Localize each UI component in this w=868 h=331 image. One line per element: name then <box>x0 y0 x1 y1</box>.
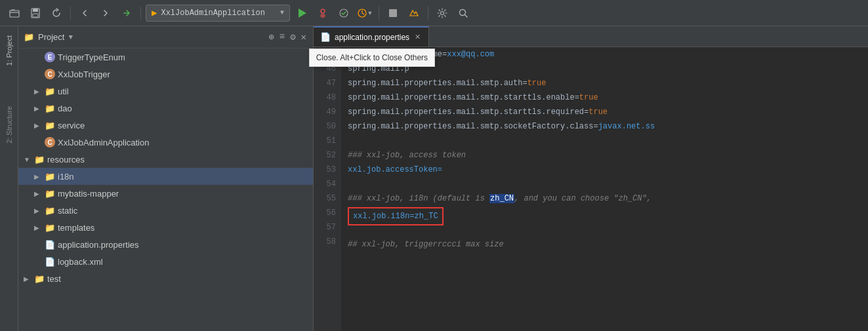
open-folder-btn[interactable] <box>5 4 24 22</box>
tree-item-adminapp[interactable]: C XxlJobAdminApplication <box>18 134 313 151</box>
project-folder-icon: 📁 <box>24 32 34 43</box>
code-line-54 <box>348 177 868 191</box>
sep-4 <box>428 7 428 20</box>
project-panel: 📁 Project ▼ ⊕ ≡ ⚙ ✕ E TriggerTypeEnum C … <box>18 26 314 331</box>
svg-point-5 <box>321 9 325 13</box>
build-button[interactable] <box>405 4 423 22</box>
tree-label-adminapp: XxlJobAdminApplication <box>58 138 149 147</box>
folder-icon-templates: 📁 <box>45 223 55 233</box>
line-numbers: 45 46 47 48 49 50 51 52 53 54 55 56 57 5… <box>314 47 341 331</box>
tree-label-static: static <box>58 206 77 216</box>
tree-item-mybatis[interactable]: ▶ 📁 mybatis-mapper <box>18 185 313 202</box>
tree-item-logback[interactable]: 📄 logback.xml <box>18 253 313 270</box>
svg-marker-4 <box>299 9 306 18</box>
tree-label-mybatis: mybatis-mapper <box>58 189 119 199</box>
tree-item-xxljob-trigger[interactable]: C XxlJobTrigger <box>18 66 313 83</box>
back-btn[interactable] <box>75 4 94 22</box>
folder-icon-util: 📁 <box>45 87 55 96</box>
sep-1 <box>70 7 71 20</box>
highlight-box-line-56: xxl.job.i18n=zh_TC <box>348 207 444 225</box>
forward-btn[interactable] <box>96 4 115 22</box>
tree-item-dao[interactable]: ▶ 📁 dao <box>18 100 313 117</box>
tree-item-app-props[interactable]: 📄 application.properties <box>18 236 313 253</box>
tree-arrow-test: ▶ <box>24 275 31 282</box>
tree-label-i18n: i18n <box>58 172 74 182</box>
tree-label-templates: templates <box>58 223 94 233</box>
code-editor[interactable]: 45 46 47 48 49 50 51 52 53 54 55 56 57 5… <box>314 47 868 331</box>
code-line-58: ## xxl-job, triggerrccci max size <box>348 237 868 252</box>
tree-arrow-dao: ▶ <box>34 105 42 112</box>
svg-line-11 <box>465 14 468 17</box>
run-button[interactable] <box>293 4 311 22</box>
tab-file-icon: 📄 <box>320 32 331 42</box>
collapse-icon[interactable]: ≡ <box>278 30 286 44</box>
svg-rect-8 <box>389 9 397 17</box>
stop-button[interactable] <box>384 4 402 22</box>
close-panel-icon[interactable]: ✕ <box>300 30 308 44</box>
profile-dropdown-btn[interactable]: ▼ <box>356 4 374 22</box>
run-config-selector[interactable]: ▶ XxlJobAdminApplication ▼ <box>146 5 290 22</box>
svg-rect-0 <box>10 10 19 17</box>
tab-application-properties[interactable]: 📄 application.properties ✕ Close. Alt+Cl… <box>314 26 429 47</box>
dropdown-arrow-icon: ▼ <box>280 9 284 16</box>
folder-icon-resources: 📁 <box>34 155 45 165</box>
locate-icon[interactable]: ⊕ <box>267 30 275 44</box>
folder-icon-mybatis: 📁 <box>45 189 55 199</box>
tree-item-test[interactable]: ▶ 📁 test <box>18 270 313 287</box>
code-line-47: spring.mail.properties.mail.smtp.auth=tr… <box>348 76 868 90</box>
tree-arrow-resources: ▼ <box>24 156 31 163</box>
tree-label-resources: resources <box>47 155 85 165</box>
folder-icon-service: 📁 <box>45 121 55 130</box>
code-line-49: spring.mail.properties.mail.smtp.starttl… <box>348 105 868 119</box>
tree-item-i18n[interactable]: ▶ 📁 i18n <box>18 168 313 185</box>
code-line-55: ### xxl-job, i18n (default is zh_CN, and… <box>348 191 868 206</box>
sidebar-tab-structure[interactable]: 2: Structure <box>1 100 17 150</box>
revert-btn[interactable] <box>117 4 136 22</box>
tree-arrow-templates: ▶ <box>34 224 42 231</box>
gear-icon[interactable]: ⚙ <box>289 30 297 44</box>
refresh-btn[interactable] <box>47 4 66 22</box>
svg-rect-2 <box>33 9 38 12</box>
sep-3 <box>379 7 379 20</box>
tree-label-util: util <box>58 87 69 96</box>
tab-tooltip: Close. Alt+Click to Close Others <box>309 49 435 67</box>
debug-button[interactable] <box>314 4 332 22</box>
sidebar-tab-project[interactable]: 1: Project <box>1 29 17 72</box>
badge-app: C <box>45 137 55 147</box>
dropdown-arrow: ▼ <box>68 33 73 41</box>
tree-item-util[interactable]: ▶ 📁 util <box>18 83 313 100</box>
tree-item-service[interactable]: ▶ 📁 service <box>18 117 313 134</box>
main-area: 1: Project 2: Structure 📁 Project ▼ ⊕ ≡ … <box>0 26 868 331</box>
settings-button[interactable] <box>433 4 451 22</box>
config-name-label: XxlJobAdminApplication <box>161 9 276 18</box>
code-line-53: xxl.job.accessToken= <box>348 163 868 177</box>
badge-c: C <box>45 69 55 79</box>
tree-item-resources[interactable]: ▼ 📁 resources <box>18 151 313 168</box>
svg-point-9 <box>441 11 444 14</box>
tree-item-templates[interactable]: ▶ 📁 templates <box>18 219 313 236</box>
tree-arrow-static: ▶ <box>34 207 42 214</box>
tree-arrow-mybatis: ▶ <box>34 190 42 197</box>
code-content: spring.mail.use.name=xxx@qq.com spring.m… <box>341 47 868 331</box>
folder-icon-static: 📁 <box>45 206 55 216</box>
tree-label-app-props: application.properties <box>58 240 139 250</box>
svg-rect-3 <box>33 14 38 17</box>
tree-label: TriggerTypeEnum <box>58 52 125 62</box>
coverage-button[interactable] <box>335 4 353 22</box>
tree-arrow-util: ▶ <box>34 88 42 95</box>
tree-item-triggertype[interactable]: E TriggerTypeEnum <box>18 49 313 66</box>
code-line-56: xxl.job.i18n=zh_TC <box>348 207 868 222</box>
folder-icon-test: 📁 <box>34 274 45 284</box>
tree-item-static[interactable]: ▶ 📁 static <box>18 202 313 219</box>
code-line-48: spring.mail.properties.mail.smtp.starttl… <box>348 90 868 105</box>
code-line-52: ### xxl-job, access token <box>348 148 868 163</box>
file-icon-props: 📄 <box>45 240 55 250</box>
tree-label-service: service <box>58 121 85 130</box>
tree-label-dao: dao <box>58 104 72 113</box>
code-line-51 <box>348 134 868 148</box>
tree-arrow-service: ▶ <box>34 122 42 129</box>
tab-label: application.properties <box>335 33 409 42</box>
search-everywhere-btn[interactable] <box>454 4 472 22</box>
tab-close-btn[interactable]: ✕ <box>413 31 422 43</box>
save-btn[interactable] <box>26 4 45 22</box>
